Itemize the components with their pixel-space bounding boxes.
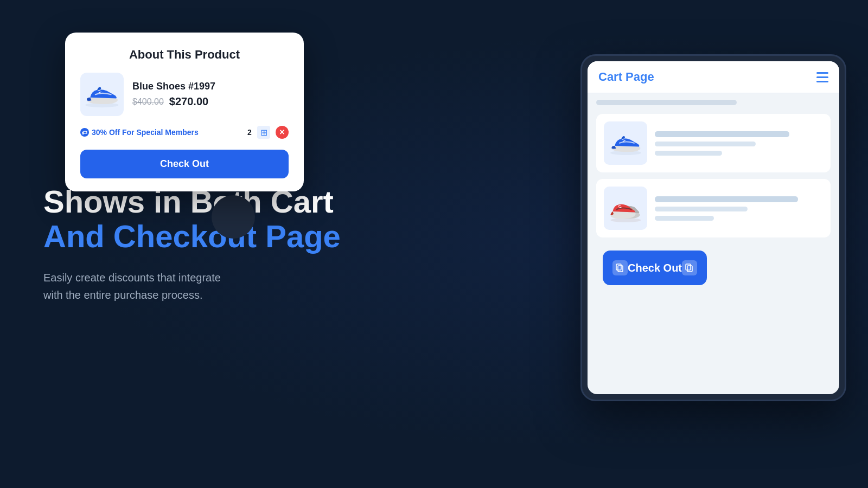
popup-product-info: Blue Shoes #1997 $400.00 $270.00: [132, 81, 289, 108]
product-popup: About This Product Blue Shoe: [65, 33, 304, 191]
subtext: Easily create discounts that integrate w…: [43, 269, 341, 304]
quantity-value: 2: [244, 128, 255, 137]
popup-checkout-button[interactable]: Check Out: [80, 150, 289, 178]
tablet-header: Cart Page: [588, 61, 839, 93]
tablet-checkout-area: Check Out: [588, 251, 839, 300]
popup-title: About This Product: [80, 48, 289, 62]
tablet-mockup: Cart Page: [580, 54, 846, 401]
quantity-control[interactable]: 2 ⊞: [244, 126, 270, 139]
tablet-body: [588, 105, 839, 246]
popup-product-row: Blue Shoes #1997 $400.00 $270.00: [80, 73, 289, 116]
checkout-left-icon: [612, 260, 628, 275]
cart-checkout-label: Check Out: [628, 262, 682, 274]
headline-line2: And Checkout Page: [43, 219, 341, 254]
cart-item-2-image: [604, 187, 647, 230]
cart-page-title: Cart Page: [598, 70, 654, 84]
left-content: Shows in Both Cart And Checkout Page Eas…: [43, 184, 341, 304]
blue-shoe-icon: [83, 80, 121, 110]
tag-icon: 🏷: [80, 128, 89, 137]
copy-right-icon: [685, 264, 694, 272]
original-price: $400.00: [132, 97, 164, 107]
cart-item-1-image: [604, 121, 647, 165]
skeleton-header-area: [588, 93, 839, 105]
cart-item-1: [596, 114, 831, 172]
product-name: Blue Shoes #1997: [132, 81, 289, 92]
svg-rect-9: [618, 266, 623, 272]
price-row: $400.00 $270.00: [132, 95, 289, 108]
cart-item-2-details: [655, 196, 823, 221]
discount-row: 🏷 30% Off For Special Members 2 ⊞ ×: [80, 126, 289, 139]
decorative-circle: [212, 195, 255, 239]
hamburger-menu-icon[interactable]: [816, 72, 828, 82]
cart-blue-shoe-icon: [608, 129, 643, 157]
quantity-stepper[interactable]: ⊞: [257, 126, 270, 139]
remove-item-button[interactable]: ×: [276, 126, 289, 139]
svg-rect-11: [687, 266, 692, 272]
headline: Shows in Both Cart And Checkout Page: [43, 184, 341, 254]
product-image: [80, 73, 124, 116]
discounted-price: $270.00: [169, 95, 208, 108]
tablet-inner: Cart Page: [588, 61, 839, 394]
svg-point-6: [610, 218, 641, 222]
discount-label: 30% Off For Special Members: [92, 128, 199, 137]
discount-tag: 🏷 30% Off For Special Members: [80, 128, 199, 137]
checkout-right-icon: [682, 260, 697, 275]
cart-checkout-button[interactable]: Check Out: [603, 251, 707, 285]
svg-rect-12: [686, 264, 691, 270]
svg-rect-10: [616, 264, 621, 270]
cart-item-2: [596, 179, 831, 237]
cart-item-1-details: [655, 131, 823, 156]
cart-red-shoe-icon: [608, 194, 643, 222]
copy-left-icon: [616, 264, 624, 272]
